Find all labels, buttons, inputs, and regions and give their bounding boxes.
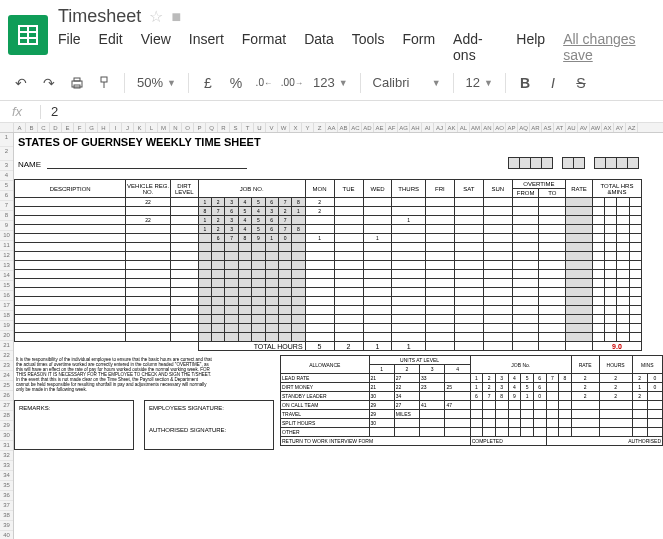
increase-decimal-button[interactable]: .00→: [279, 70, 305, 96]
hdr-from: FROM: [512, 189, 539, 198]
table-row[interactable]: ON CALL TEAM29274147: [281, 401, 663, 410]
table-row[interactable]: 2212345671: [15, 216, 642, 225]
sheet-area[interactable]: ABCDEFGHIJKLMNOPQRSTUVWXYZAAABACADAEAFAG…: [0, 123, 663, 539]
menu-tools[interactable]: Tools: [352, 31, 385, 63]
table-row[interactable]: [15, 315, 642, 324]
menu-view[interactable]: View: [141, 31, 171, 63]
total-tue: 2: [334, 342, 363, 351]
strike-button[interactable]: S: [568, 70, 594, 96]
table-row[interactable]: [15, 243, 642, 252]
hdr-total: TOTAL HRS &MINS: [592, 180, 641, 198]
total-hours-label: TOTAL HOURS: [198, 342, 305, 351]
hdr-thurs: THURS: [392, 180, 425, 198]
table-row[interactable]: 67891011: [15, 234, 642, 243]
ref-boxes-3: [595, 157, 639, 169]
total-thurs: 1: [392, 342, 425, 351]
formula-bar: fx 2: [0, 101, 663, 123]
hdr-desc: DESCRIPTION: [15, 180, 126, 198]
sheets-logo[interactable]: [8, 15, 48, 55]
table-row[interactable]: DIRT MONEY212223251234562210: [281, 383, 663, 392]
star-icon[interactable]: ☆: [149, 7, 163, 26]
table-row[interactable]: [15, 324, 642, 333]
name-label: NAME: [18, 160, 41, 169]
svg-rect-5: [74, 78, 80, 81]
notes-text: It is the responsibility of the individu…: [14, 355, 214, 394]
hdr-rate: RATE: [566, 180, 593, 198]
menu-help[interactable]: Help: [516, 31, 545, 63]
num-format-select[interactable]: 123▼: [307, 70, 354, 96]
table-row[interactable]: TRAVEL29MILES: [281, 410, 663, 419]
col-headers: ABCDEFGHIJKLMNOPQRSTUVWXYZAAABACADAEAFAG…: [0, 123, 663, 133]
print-button[interactable]: [64, 70, 90, 96]
menu-form[interactable]: Form: [402, 31, 435, 63]
hdr-job: JOB NO.: [198, 180, 305, 198]
undo-button[interactable]: ↶: [8, 70, 34, 96]
menu-format[interactable]: Format: [242, 31, 286, 63]
table-row[interactable]: [15, 261, 642, 270]
allowance-table[interactable]: ALLOWANCE UNITS AT LEVEL JOB No. RATE HO…: [280, 355, 663, 446]
decrease-decimal-button[interactable]: .0←: [251, 70, 277, 96]
hdr-vehicle: VEHICLE REG. NO.: [126, 180, 171, 198]
menu-addons[interactable]: Add-ons: [453, 31, 498, 63]
redo-button[interactable]: ↷: [36, 70, 62, 96]
header-bar: Timesheet ☆ ■ File Edit View Insert Form…: [0, 0, 663, 65]
menu-edit[interactable]: Edit: [99, 31, 123, 63]
table-row[interactable]: 22123456782: [15, 198, 642, 207]
table-row[interactable]: [15, 252, 642, 261]
hdr-tue: TUE: [334, 180, 363, 198]
ref-boxes-1: [509, 157, 553, 169]
hdr-to: TO: [539, 189, 566, 198]
toolbar: ↶ ↷ 50%▼ £ % .0← .00→ 123▼ Calibri▼ 12▼ …: [0, 65, 663, 101]
font-size-select[interactable]: 12▼: [460, 70, 499, 96]
currency-button[interactable]: £: [195, 70, 221, 96]
hdr-ot: OVERTIME: [512, 180, 565, 189]
zoom-select[interactable]: 50%▼: [131, 70, 182, 96]
italic-button[interactable]: I: [540, 70, 566, 96]
hdr-mon: MON: [305, 180, 334, 198]
remarks-box[interactable]: REMARKS:: [14, 400, 134, 450]
menu-bar: File Edit View Insert Format Data Tools …: [58, 31, 655, 63]
total-wed: 1: [363, 342, 392, 351]
hdr-sun: SUN: [483, 180, 512, 198]
hdr-sat: SAT: [454, 180, 483, 198]
table-row[interactable]: [15, 306, 642, 315]
table-row[interactable]: [15, 288, 642, 297]
hdr-dirt: DIRT LEVEL: [170, 180, 198, 198]
svg-rect-7: [101, 77, 107, 82]
row-headers: 1234567891011121314151617181920212223242…: [0, 133, 14, 539]
sig-box[interactable]: EMPLOYEES SIGNATURE: AUTHORISED SIGNATUR…: [144, 400, 274, 450]
table-row[interactable]: 876543212: [15, 207, 642, 216]
table-row[interactable]: STANDBY LEADER3034678910222: [281, 392, 663, 401]
table-row[interactable]: OTHER: [281, 428, 663, 437]
save-status[interactable]: All changes save: [563, 31, 655, 63]
fx-label: fx: [0, 104, 40, 119]
bold-button[interactable]: B: [512, 70, 538, 96]
table-row[interactable]: SPLIT HOURS30: [281, 419, 663, 428]
hdr-fri: FRI: [425, 180, 454, 198]
font-select[interactable]: Calibri▼: [367, 70, 447, 96]
table-row[interactable]: [15, 270, 642, 279]
menu-insert[interactable]: Insert: [189, 31, 224, 63]
hdr-wed: WED: [363, 180, 392, 198]
table-row[interactable]: [15, 297, 642, 306]
timesheet-table[interactable]: DESCRIPTION VEHICLE REG. NO. DIRT LEVEL …: [14, 179, 642, 351]
doc-title[interactable]: Timesheet: [58, 6, 141, 27]
paint-format-button[interactable]: [92, 70, 118, 96]
table-row[interactable]: 12345678: [15, 225, 642, 234]
table-row[interactable]: [15, 333, 642, 342]
total-mon: 5: [305, 342, 334, 351]
menu-data[interactable]: Data: [304, 31, 334, 63]
folder-icon[interactable]: ■: [171, 8, 181, 26]
total-grand: 9.0: [592, 342, 641, 351]
table-row[interactable]: [15, 279, 642, 288]
sheet-title: STATES OF GUERNSEY WEEKLY TIME SHEET: [14, 133, 663, 151]
ref-boxes-2: [563, 157, 585, 169]
table-row[interactable]: LEAD RATE212733123456782220: [281, 374, 663, 383]
fx-input[interactable]: 2: [41, 104, 58, 119]
name-field[interactable]: [47, 161, 247, 169]
percent-button[interactable]: %: [223, 70, 249, 96]
menu-file[interactable]: File: [58, 31, 81, 63]
